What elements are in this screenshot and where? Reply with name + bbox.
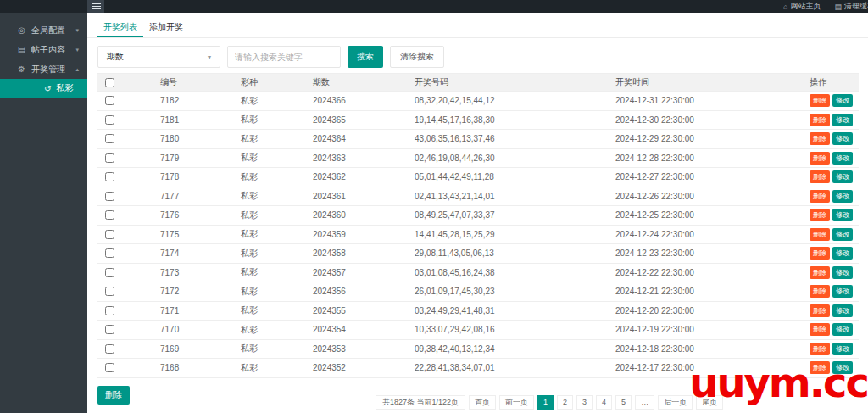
row-delete-button[interactable]: 删除 xyxy=(810,285,830,298)
page-button[interactable]: 1 xyxy=(537,395,554,410)
row-delete-button[interactable]: 删除 xyxy=(810,152,830,165)
row-edit-button[interactable]: 修改 xyxy=(832,285,853,298)
header-checkbox-cell xyxy=(97,74,153,91)
table-body: 7182私彩202436608,32,20,42,15,44,122024-12… xyxy=(97,92,859,378)
table-row: 7179私彩202436302,46,19,08,44,26,302024-12… xyxy=(97,149,859,169)
row-edit-button[interactable]: 修改 xyxy=(832,209,853,221)
row-edit-button[interactable]: 修改 xyxy=(832,361,853,374)
row-checkbox[interactable] xyxy=(105,306,114,315)
row-checkbox[interactable] xyxy=(105,363,114,372)
tab-draw-list[interactable]: 开奖列表 xyxy=(97,18,143,37)
row-edit-button[interactable]: 修改 xyxy=(832,114,853,126)
row-edit-button[interactable]: 修改 xyxy=(832,152,853,165)
bulk-delete-button[interactable]: 删除 xyxy=(97,386,130,405)
row-edit-button[interactable]: 修改 xyxy=(832,170,853,183)
row-checkbox[interactable] xyxy=(105,248,114,258)
sidebar-item-sicai-active[interactable]: ↺ 私彩 xyxy=(0,79,87,98)
menu-toggle-icon[interactable] xyxy=(87,0,104,13)
row-checkbox[interactable] xyxy=(105,172,114,181)
row-edit-button[interactable]: 修改 xyxy=(832,190,853,203)
row-delete-button[interactable]: 删除 xyxy=(810,228,830,241)
row-checkbox[interactable] xyxy=(105,115,114,125)
row-edit-button[interactable]: 修改 xyxy=(832,132,853,145)
cell-actions: 删除修改 xyxy=(804,264,859,282)
cell-numbers: 08,49,25,47,07,33,37 xyxy=(407,206,608,225)
cell-actions: 删除修改 xyxy=(804,149,859,168)
row-checkbox[interactable] xyxy=(105,287,114,296)
row-checkbox[interactable] xyxy=(105,96,114,105)
cell-id: 7182 xyxy=(153,92,233,110)
header-type: 彩种 xyxy=(233,74,305,91)
sidebar-item-post-content[interactable]: ▤ 帖子内容 ▾ xyxy=(0,40,87,59)
row-delete-button[interactable]: 删除 xyxy=(810,209,830,221)
page-button[interactable]: 3 xyxy=(576,395,593,410)
cell-period: 2024365 xyxy=(305,111,407,130)
row-edit-button[interactable]: 修改 xyxy=(832,94,853,107)
cell-type: 私彩 xyxy=(233,359,305,377)
page-button[interactable]: 5 xyxy=(615,395,632,410)
search-button[interactable]: 搜索 xyxy=(348,46,383,68)
row-edit-button[interactable]: 修改 xyxy=(832,304,853,317)
row-delete-button[interactable]: 删除 xyxy=(810,114,830,126)
cell-time: 2024-12-27 22:30:00 xyxy=(608,168,804,187)
tab-add-draw[interactable]: 添加开奖 xyxy=(143,18,189,37)
cell-numbers: 02,41,13,43,21,14,01 xyxy=(407,187,608,206)
cell-numbers: 03,01,08,45,16,24,38 xyxy=(407,264,608,282)
row-edit-button[interactable]: 修改 xyxy=(832,323,853,336)
cell-numbers: 29,08,11,43,05,06,13 xyxy=(407,244,608,263)
row-checkbox[interactable] xyxy=(105,210,114,220)
page-button[interactable]: 2 xyxy=(557,395,573,410)
row-delete-button[interactable]: 删除 xyxy=(810,361,830,374)
row-delete-button[interactable]: 删除 xyxy=(810,323,830,336)
page-button[interactable]: 前一页 xyxy=(499,395,534,410)
search-input[interactable] xyxy=(227,46,341,68)
row-checkbox[interactable] xyxy=(105,134,114,143)
row-delete-button[interactable]: 删除 xyxy=(810,247,830,260)
row-delete-button[interactable]: 删除 xyxy=(810,190,830,203)
sidebar-item-draw-management[interactable]: ⚙ 开奖管理 ▴ xyxy=(0,59,87,79)
row-checkbox-cell xyxy=(97,187,153,206)
row-checkbox[interactable] xyxy=(105,325,114,334)
row-checkbox-cell xyxy=(97,340,153,359)
cell-period: 2024356 xyxy=(305,282,407,301)
row-checkbox[interactable] xyxy=(105,344,114,354)
row-delete-button[interactable]: 删除 xyxy=(810,94,830,107)
row-delete-button[interactable]: 删除 xyxy=(810,343,830,355)
row-checkbox[interactable] xyxy=(105,153,114,163)
row-edit-button[interactable]: 修改 xyxy=(832,266,853,279)
clear-cache-link[interactable]: ▤ 清理缓存 xyxy=(834,1,868,12)
document-icon: ▤ xyxy=(17,45,26,54)
page-button[interactable]: 首页 xyxy=(469,395,496,410)
site-home-link[interactable]: ⌂ 网站主页 xyxy=(783,1,821,12)
page-button[interactable]: 后一页 xyxy=(658,395,693,410)
cell-time: 2024-12-22 22:30:00 xyxy=(608,264,804,282)
header-period: 期数 xyxy=(305,74,407,91)
cell-id: 7179 xyxy=(153,149,233,168)
row-checkbox[interactable] xyxy=(105,192,114,201)
page-button[interactable]: 4 xyxy=(596,395,612,410)
topbar: ⌂ 网站主页 ▤ 清理缓存 xyxy=(0,0,868,13)
row-edit-button[interactable]: 修改 xyxy=(832,228,853,241)
row-delete-button[interactable]: 删除 xyxy=(810,132,830,145)
cell-period: 2024364 xyxy=(305,130,407,148)
row-delete-button[interactable]: 删除 xyxy=(810,170,830,183)
cell-time: 2024-12-26 22:30:00 xyxy=(608,187,804,206)
clear-search-button[interactable]: 清除搜索 xyxy=(390,46,444,68)
cell-id: 7173 xyxy=(153,264,233,282)
sidebar-item-global-config[interactable]: ◎ 全局配置 ▾ xyxy=(0,20,87,40)
row-checkbox[interactable] xyxy=(105,230,114,239)
row-checkbox[interactable] xyxy=(105,268,114,277)
row-delete-button[interactable]: 删除 xyxy=(810,304,830,317)
cell-type: 私彩 xyxy=(233,244,305,263)
select-all-checkbox[interactable] xyxy=(105,78,114,87)
row-edit-button[interactable]: 修改 xyxy=(832,247,853,260)
page-button[interactable]: … xyxy=(635,395,654,410)
globe-icon: ◎ xyxy=(17,25,26,35)
row-edit-button[interactable]: 修改 xyxy=(832,343,853,355)
row-delete-button[interactable]: 删除 xyxy=(810,266,830,279)
cell-id: 7180 xyxy=(153,130,233,148)
filter-select[interactable]: 期数 ▾ xyxy=(97,46,220,68)
sidebar-subitem-label: 私彩 xyxy=(56,82,73,94)
table-row: 7180私彩202436443,06,35,16,13,37,462024-12… xyxy=(97,130,859,149)
page-button[interactable]: 尾页 xyxy=(696,395,723,410)
